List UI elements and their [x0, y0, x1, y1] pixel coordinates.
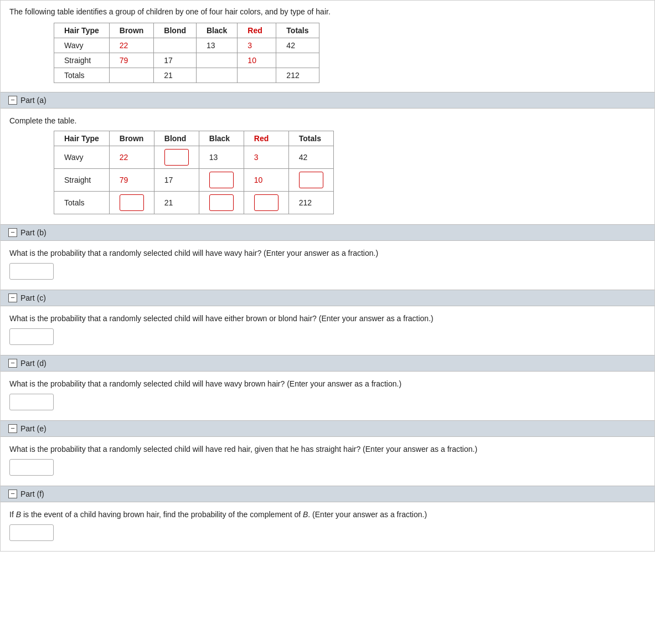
ref-row-totals: Totals 21 212 [54, 68, 319, 83]
input-wavy-blond[interactable] [164, 149, 189, 166]
part-e-answer[interactable] [9, 459, 54, 476]
ref-straight-red: 10 [238, 53, 276, 68]
int-straight-red: 10 [244, 169, 288, 192]
int-wavy-totals: 42 [288, 146, 333, 169]
ref-wavy-red: 3 [238, 38, 276, 53]
part-c-label: Part (c) [20, 293, 46, 302]
int-totals-totals: 212 [288, 192, 333, 214]
ref-straight-type: Straight [54, 53, 110, 68]
ref-totals-totals: 212 [276, 68, 319, 83]
part-d-header: − Part (d) [1, 355, 654, 372]
part-e-collapse-button[interactable]: − [8, 424, 17, 433]
ref-row-wavy: Wavy 22 13 3 42 [54, 38, 319, 53]
part-c-section: What is the probability that a randomly … [1, 306, 654, 355]
part-d-question: What is the probability that a randomly … [9, 379, 646, 388]
int-totals-blond: 21 [154, 192, 199, 214]
part-e-label: Part (e) [20, 424, 47, 433]
ref-wavy-totals: 42 [276, 38, 319, 53]
int-totals-black [199, 192, 244, 214]
ref-totals-black [196, 68, 237, 83]
part-c-header: − Part (c) [1, 290, 654, 306]
ref-wavy-black: 13 [196, 38, 237, 53]
ref-straight-blond: 17 [154, 53, 197, 68]
int-totals-type: Totals [54, 192, 110, 214]
part-b-collapse-button[interactable]: − [8, 228, 17, 237]
int-col-totals: Totals [288, 131, 333, 146]
int-row-totals: Totals 21 212 [54, 192, 334, 214]
ref-col-brown: Brown [109, 23, 154, 38]
int-straight-totals [288, 169, 333, 192]
part-a-label: Part (a) [20, 96, 47, 105]
int-row-straight: Straight 79 17 10 [54, 169, 334, 192]
ref-totals-brown [109, 68, 154, 83]
int-straight-blond: 17 [154, 169, 199, 192]
int-col-red: Red [244, 131, 288, 146]
ref-totals-blond: 21 [154, 68, 197, 83]
part-a-collapse-button[interactable]: − [8, 96, 17, 105]
input-totals-black[interactable] [209, 194, 234, 211]
part-f-header: − Part (f) [1, 486, 654, 502]
part-a-section: Complete the table. Hair Type Brown Blon… [1, 109, 654, 224]
ref-row-straight: Straight 79 17 10 [54, 53, 319, 68]
part-f-section: If B is the event of a child having brow… [1, 502, 654, 551]
ref-col-black: Black [196, 23, 237, 38]
ref-wavy-blond [154, 38, 197, 53]
reference-table: Hair Type Brown Blond Black Red Totals W… [54, 23, 319, 83]
part-f-collapse-button[interactable]: − [8, 490, 17, 498]
ref-col-totals: Totals [276, 23, 319, 38]
part-b-label: Part (b) [20, 228, 47, 237]
part-f-label: Part (f) [20, 490, 44, 498]
part-a-header: − Part (a) [1, 92, 654, 109]
ref-totals-type: Totals [54, 68, 110, 83]
part-d-label: Part (d) [20, 359, 47, 368]
int-straight-brown: 79 [109, 169, 154, 192]
ref-wavy-brown: 22 [109, 38, 154, 53]
part-c-collapse-button[interactable]: − [8, 293, 17, 302]
ref-straight-totals [276, 53, 319, 68]
part-e-section: What is the probability that a randomly … [1, 437, 654, 486]
part-b-header: − Part (b) [1, 224, 654, 241]
int-straight-type: Straight [54, 169, 110, 192]
int-row-wavy: Wavy 22 13 3 42 [54, 146, 334, 169]
main-container: The following table identifies a group o… [0, 0, 655, 552]
int-totals-red [244, 192, 288, 214]
part-d-section: What is the probability that a randomly … [1, 372, 654, 420]
int-wavy-brown: 22 [109, 146, 154, 169]
part-e-question: What is the probability that a randomly … [9, 445, 646, 454]
input-straight-black[interactable] [209, 172, 234, 188]
int-wavy-red: 3 [244, 146, 288, 169]
int-col-brown: Brown [109, 131, 154, 146]
ref-col-hairtype: Hair Type [54, 23, 110, 38]
ref-col-blond: Blond [154, 23, 197, 38]
part-c-question: What is the probability that a randomly … [9, 314, 646, 323]
part-a-instruction: Complete the table. [9, 116, 646, 125]
ref-wavy-type: Wavy [54, 38, 110, 53]
intro-text: The following table identifies a group o… [9, 7, 646, 16]
part-e-header: − Part (e) [1, 420, 654, 437]
intro-section: The following table identifies a group o… [1, 1, 654, 92]
int-col-hairtype: Hair Type [54, 131, 110, 146]
part-d-answer[interactable] [9, 394, 54, 410]
input-totals-red[interactable] [254, 194, 278, 211]
part-b-section: What is the probability that a randomly … [1, 241, 654, 290]
input-totals-brown[interactable] [120, 194, 144, 211]
ref-totals-red [238, 68, 276, 83]
int-col-black: Black [199, 131, 244, 146]
int-straight-black [199, 169, 244, 192]
int-wavy-black: 13 [199, 146, 244, 169]
part-c-answer[interactable] [9, 328, 54, 345]
int-col-blond: Blond [154, 131, 199, 146]
ref-straight-black [196, 53, 237, 68]
int-totals-brown [109, 192, 154, 214]
part-b-answer[interactable] [9, 263, 54, 280]
interactive-table: Hair Type Brown Blond Black Red Totals W… [54, 131, 334, 214]
int-wavy-blond [154, 146, 199, 169]
part-f-question: If B is the event of a child having brow… [9, 510, 646, 519]
part-f-answer[interactable] [9, 524, 54, 541]
int-wavy-type: Wavy [54, 146, 110, 169]
part-b-question: What is the probability that a randomly … [9, 249, 646, 257]
ref-col-red: Red [238, 23, 276, 38]
ref-straight-brown: 79 [109, 53, 154, 68]
input-straight-totals[interactable] [299, 172, 323, 188]
part-d-collapse-button[interactable]: − [8, 359, 17, 368]
